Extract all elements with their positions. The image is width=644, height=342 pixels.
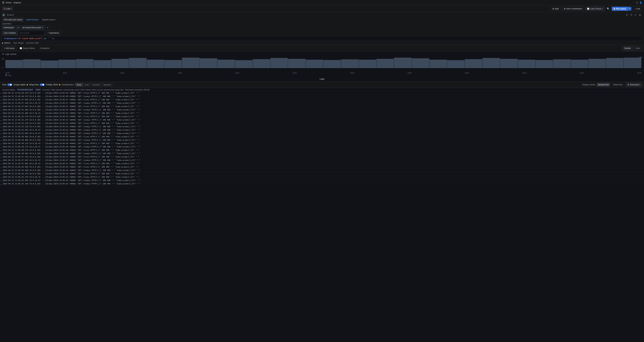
time-range-picker[interactable]: 🕐 Last 3 hours ▾	[585, 7, 604, 11]
log-line[interactable]: ▶ 2024-04-15 21:05:49.379 10.0.26.47 -- …	[0, 145, 644, 149]
home-link[interactable]: Home	[6, 1, 12, 4]
zoom-icon[interactable]: 🔍	[606, 7, 610, 11]
wrap-lines-toggle-label[interactable]: Wrap lines	[29, 84, 44, 86]
log-line[interactable]: ▶ 2024-04-15 21:05:58.379 10.0.0.183 -- …	[0, 92, 644, 95]
log-line[interactable]: ▶ 2024-04-15 21:05:50.409 10.0.0.183 -- …	[0, 135, 644, 139]
oldest-first-button[interactable]: Oldest first	[612, 83, 624, 87]
log-line[interactable]: ▶ 2024-04-15 21:05:45.408 10.0.0.183 -- …	[0, 165, 644, 169]
log-line[interactable]: ▶ 2024-04-15 21:05:43.378 10.0.0.183 -- …	[0, 172, 644, 176]
logs-volume-title[interactable]: ▼ Logs volume	[2, 53, 642, 55]
chart-bar[interactable]	[624, 58, 641, 68]
chart-bar[interactable]	[447, 60, 464, 68]
filter-op-chip[interactable]: =	[16, 26, 20, 30]
query-settings-icon[interactable]: ⚙	[625, 13, 629, 17]
query-expression-row[interactable]: {namespace="wl-cnask-demo-prod"} |= `` |…	[2, 36, 642, 41]
log-line[interactable]: ▶ 2024-04-15 21:05:50.408 10.0.0.183 -- …	[0, 139, 644, 142]
log-line[interactable]: ▶ 2024-04-15 21:05:57.049 10.0.0.183 -- …	[0, 105, 644, 108]
chart-bar[interactable]	[288, 59, 306, 68]
prettify-json-toggle-label[interactable]: Prettify JSON	[46, 84, 60, 86]
dedup-numbers-button[interactable]: Numbers	[91, 83, 102, 86]
chart-bar[interactable]	[58, 60, 76, 68]
log-line[interactable]: ▶ 2024-04-15 21:05:48.378 10.0.0.183 -- …	[0, 149, 644, 152]
log-line[interactable]: ▶ 2024-04-15 21:05:58.379 10.0.0.183 -- …	[0, 95, 644, 98]
user-icon[interactable]: 👤	[640, 2, 642, 4]
dedup-exact-button[interactable]: Exact	[83, 83, 91, 86]
time-toggle-label[interactable]: Time	[2, 84, 12, 86]
chart-bar[interactable]	[164, 60, 182, 68]
chart-bar[interactable]	[41, 61, 58, 68]
filter-value-chip[interactable]: wl-cnask-demo-prod ✕	[21, 26, 44, 30]
builder-button[interactable]: Builder	[622, 46, 633, 50]
query-delete-icon[interactable]: 🗑	[638, 13, 642, 17]
log-line[interactable]: ▶ 2024-04-15 21:05:48.409 10.0.0.183 -- …	[0, 152, 644, 155]
chart-bar[interactable]	[518, 60, 535, 68]
log-line[interactable]: ▶ 2024-04-15 21:05:49.379 10.0.26.47 -- …	[0, 142, 644, 145]
chart-bar[interactable]	[482, 58, 500, 68]
chart-bar[interactable]	[324, 60, 341, 68]
options-toggle[interactable]: ▶ Options	[2, 42, 10, 44]
chart-bar[interactable]	[465, 59, 482, 68]
run-query-button[interactable]: ▶ Run query	[612, 7, 628, 11]
chart-bar[interactable]	[376, 59, 394, 68]
log-line[interactable]: ▶ 2024-04-15 21:05:52.139 10.0.0.183 -- …	[0, 122, 644, 125]
filter-remove-icon[interactable]: ✕	[42, 26, 43, 29]
chart-bar[interactable]	[182, 58, 200, 68]
log-line[interactable]: ▶ 2024-04-15 21:05:55.408 10.0.26.47 -- …	[0, 112, 644, 115]
chart-bar[interactable]	[306, 60, 323, 68]
add-to-dashboard-button[interactable]: ⊞ Add to dashboard	[562, 7, 584, 11]
datasource-selector[interactable]: ⬡ Loki ▾	[2, 7, 13, 11]
chart-bar[interactable]	[571, 60, 588, 68]
chart-bar[interactable]	[253, 59, 270, 68]
chart-bar[interactable]	[129, 58, 146, 68]
tab-kick-start[interactable]: Kick start your query	[2, 18, 24, 22]
chart-bar[interactable]	[588, 59, 606, 68]
code-button[interactable]: Code	[633, 46, 642, 50]
line-contains-input[interactable]	[18, 31, 44, 35]
chart-bar[interactable]	[606, 58, 624, 68]
log-line[interactable]: ▶ 2024-04-15 21:05:53.379 10.0.0.183 -- …	[0, 115, 644, 118]
tab-explain[interactable]: Explain query ℹ	[41, 18, 57, 22]
unique-labels-toggle-label[interactable]: Unique labels	[14, 84, 28, 86]
chart-bar[interactable]	[500, 59, 518, 68]
chart-bar[interactable]	[536, 60, 553, 68]
wrap-lines-toggle[interactable]	[40, 84, 44, 86]
log-line[interactable]: ▶ 2024-04-15 21:05:57.140 10.0.26.47 -- …	[0, 102, 644, 105]
newest-first-button[interactable]: Newest first	[597, 83, 610, 87]
log-line[interactable]: ▶ 2024-04-15 21:05:52.138 10.0.0.183 -- …	[0, 125, 644, 129]
chart-bar[interactable]	[5, 60, 23, 68]
filter-add-button[interactable]: +	[45, 25, 50, 30]
run-query-dropdown[interactable]: ▾	[628, 7, 632, 11]
chart-bar[interactable]	[76, 59, 94, 68]
log-line[interactable]: ▶ 2024-04-15 21:05:47.049 10.0.26.47 -- …	[0, 159, 644, 162]
chart-bar[interactable]	[23, 59, 40, 68]
chart-bar[interactable]	[218, 60, 235, 68]
chart-bar[interactable]	[412, 58, 429, 68]
chart-bar[interactable]	[200, 58, 217, 68]
download-button[interactable]: ⬇ Download ▾	[626, 83, 642, 87]
filter-key-chip[interactable]: namespace	[2, 26, 16, 30]
log-line[interactable]: ▶ 2024-04-15 21:05:53.379 10.0.0.183 -- …	[0, 118, 644, 122]
chart-bar[interactable]	[553, 59, 570, 68]
chart-bar[interactable]	[147, 60, 164, 68]
log-line[interactable]: ▶ 2024-04-15 21:05:43.378 10.0.26.47 -- …	[0, 176, 644, 179]
log-line[interactable]: ▶ 2024-04-15 21:05:43.049 10.0.26.47 -- …	[0, 179, 644, 182]
chart-bar[interactable]	[112, 59, 129, 68]
explore-link[interactable]: Explore	[14, 1, 21, 4]
log-line[interactable]: ▶ 2024-04-15 21:05:55.408 10.0.0.183 -- …	[0, 108, 644, 112]
query-duplicate-icon[interactable]: ⧉	[630, 13, 633, 17]
chart-bar[interactable]	[235, 60, 252, 68]
query-disable-icon[interactable]: ⊝	[634, 13, 637, 17]
log-line[interactable]: ▶ 2024-04-15 21:05:52.049 10.0.26.47 -- …	[0, 129, 644, 132]
inspector-button[interactable]: ℹ Inspector	[38, 46, 52, 50]
log-line[interactable]: ▶ 2024-04-15 21:05:47.139 10.0.0.183 -- …	[0, 155, 644, 159]
hamburger-icon[interactable]: ☰	[2, 1, 4, 4]
split-button[interactable]: ⊞ Split	[550, 7, 560, 11]
chart-bar[interactable]	[359, 60, 376, 68]
log-line[interactable]: ▶ 2024-04-15 21:05:47.049 10.0.26.47 -- …	[0, 162, 644, 165]
log-line[interactable]: ▶ 2024-04-15 21:05:42.144 10.0.0.183 -- …	[0, 182, 644, 186]
log-line[interactable]: ▶ 2024-04-15 21:05:57.049 10.0.0.183 -- …	[0, 98, 644, 102]
log-line[interactable]: ▶ 2024-04-15 21:05:52.049 10.0.26.47 -- …	[0, 132, 644, 135]
chart-bar[interactable]	[270, 58, 288, 68]
tab-label-browser[interactable]: Label browser	[25, 18, 40, 22]
dedup-none-button[interactable]: None	[75, 83, 83, 86]
